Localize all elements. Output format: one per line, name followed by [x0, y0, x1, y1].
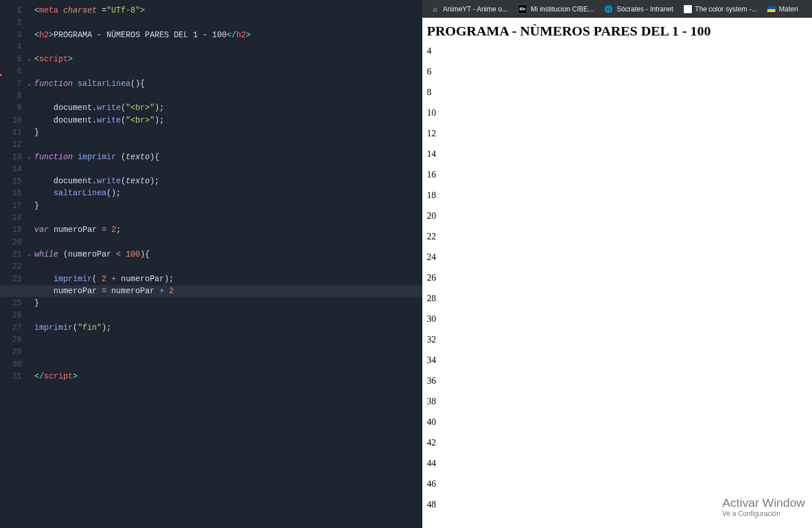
line-number: 21 [0, 249, 22, 261]
line-number: 8 [0, 90, 22, 102]
code-line[interactable]: numeroPar = numeroPar + 2 [0, 285, 422, 297]
line-number: 19 [0, 224, 22, 236]
line-number: 22 [0, 261, 22, 273]
code-line[interactable] [34, 212, 422, 224]
code-line[interactable] [34, 334, 422, 346]
code-line[interactable] [34, 139, 422, 151]
output-number: 16 [427, 170, 807, 180]
code-line[interactable] [34, 65, 422, 77]
bookmark-bar[interactable]: ⌂AnimeYT - Anime o...BbMi institucion CI… [422, 0, 812, 18]
code-line[interactable]: </script> [34, 371, 422, 383]
fold-marker[interactable] [25, 115, 33, 127]
bookmark-item[interactable]: BbMi institucion CIBE... [514, 2, 597, 16]
code-line[interactable]: } [34, 297, 422, 309]
fold-marker[interactable] [25, 224, 33, 236]
output-number: 8 [427, 87, 807, 97]
globe-icon: 🌐 [604, 5, 613, 14]
fold-marker[interactable] [25, 5, 33, 17]
code-line[interactable] [34, 17, 422, 29]
bookmark-item[interactable]: 🌐Sócrates - Intranet [601, 2, 677, 16]
rendered-page: PROGRAMA - NÙMEROS PARES DEL 1 - 100 468… [422, 18, 812, 528]
line-number: 15 [0, 175, 22, 187]
code-line[interactable] [34, 261, 422, 273]
fold-marker[interactable] [25, 102, 33, 114]
bookmark-label: The color system -... [695, 5, 758, 13]
fold-marker[interactable]: ⌄ [25, 151, 33, 163]
code-line[interactable]: function imprimir (texto){ [34, 151, 422, 163]
code-line[interactable]: } [34, 127, 422, 139]
fold-marker[interactable] [25, 139, 33, 151]
code-line[interactable] [34, 358, 422, 371]
code-line[interactable]: <script> [34, 53, 422, 65]
line-number: 1 [0, 5, 22, 17]
code-line[interactable]: document.write(texto); [34, 175, 422, 187]
line-number: 6 [0, 65, 22, 77]
code-line[interactable]: function saltarLinea(){ [34, 78, 422, 90]
fold-marker[interactable] [25, 322, 33, 334]
browser-preview-pane: ⌂AnimeYT - Anime o...BbMi institucion CI… [422, 0, 812, 528]
fold-marker[interactable] [25, 309, 33, 321]
code-line[interactable]: var numeroPar = 2; [34, 224, 422, 236]
code-line[interactable]: saltarLinea(); [34, 187, 422, 199]
code-line[interactable]: imprimir("fin"); [34, 322, 422, 334]
fold-marker[interactable]: ⌄ [25, 78, 33, 90]
fold-marker[interactable] [25, 358, 33, 371]
line-number: 11 [0, 127, 22, 139]
output-number: 18 [427, 190, 807, 200]
bookmark-item[interactable]: ⌂AnimeYT - Anime o... [427, 2, 511, 16]
fold-marker[interactable] [25, 29, 33, 41]
fold-marker[interactable] [25, 261, 33, 273]
code-line[interactable] [34, 41, 422, 53]
code-line[interactable] [34, 237, 422, 249]
fold-marker[interactable] [25, 41, 33, 53]
fold-marker[interactable] [25, 237, 33, 249]
code-line[interactable] [34, 90, 422, 102]
fold-marker[interactable] [25, 187, 33, 199]
fold-marker[interactable]: ⌄ [25, 249, 33, 261]
fold-marker[interactable] [25, 127, 33, 139]
line-number: 5 [0, 53, 22, 65]
code-line[interactable]: document.write("<br>"); [34, 115, 422, 127]
code-line[interactable]: document.write("<br>"); [34, 102, 422, 114]
output-number: 46 [427, 479, 807, 489]
fold-marker[interactable] [25, 346, 33, 358]
code-line[interactable] [34, 309, 422, 321]
fold-marker[interactable] [25, 212, 33, 224]
fold-marker[interactable] [25, 200, 33, 212]
code-line[interactable]: <meta charset ="UTf-8"> [34, 5, 422, 17]
line-number: 2 [0, 17, 22, 29]
fold-marker[interactable] [25, 65, 33, 77]
fold-marker[interactable]: ⌄ [25, 53, 33, 65]
home-icon: ⌂ [430, 5, 439, 14]
line-number: 23 [0, 273, 22, 285]
line-number: 29 [0, 346, 22, 358]
output-number: 14 [427, 149, 807, 159]
output-number: 24 [427, 252, 807, 262]
code-line[interactable]: imprimir( 2 + numeroPar); [34, 273, 422, 285]
code-line[interactable] [34, 163, 422, 175]
fold-marker[interactable] [25, 273, 33, 285]
output-number: 38 [427, 396, 807, 407]
fold-marker[interactable] [25, 17, 33, 29]
fold-marker[interactable] [25, 371, 33, 383]
code-content[interactable]: <meta charset ="UTf-8"><h2>PROGRAMA - NÙ… [33, 0, 422, 528]
fold-marker[interactable] [25, 334, 33, 346]
output-number: 32 [427, 334, 807, 345]
fold-marker[interactable] [25, 90, 33, 102]
bookmark-item[interactable]: The color system -... [680, 3, 761, 15]
line-number: 31 [0, 371, 22, 383]
fold-marker[interactable] [25, 297, 33, 309]
line-number-gutter: 1234567891011121314151617181920212223242… [0, 0, 25, 528]
code-editor-pane[interactable]: 1234567891011121314151617181920212223242… [0, 0, 422, 528]
code-line[interactable]: <h2>PROGRAMA - NÙMEROS PARES DEL 1 - 100… [34, 29, 422, 41]
output-number: 44 [427, 458, 807, 468]
fold-marker[interactable] [25, 175, 33, 187]
code-line[interactable] [34, 346, 422, 358]
bookmark-item[interactable]: Materi [764, 3, 801, 15]
code-line[interactable]: while (numeroPar < 100){ [34, 249, 422, 261]
fold-marker[interactable] [25, 163, 33, 175]
code-line[interactable]: } [34, 200, 422, 212]
sq-icon [684, 5, 692, 13]
line-number: 7 [0, 78, 22, 90]
output-number: 42 [427, 438, 807, 448]
